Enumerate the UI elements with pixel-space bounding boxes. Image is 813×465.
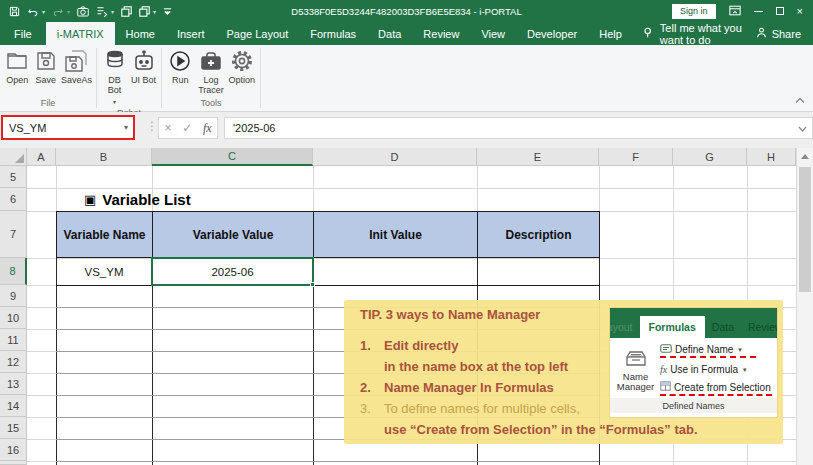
open-button[interactable]: Open bbox=[4, 49, 30, 85]
cancel-icon[interactable]: × bbox=[164, 121, 171, 135]
column-header-h[interactable]: H bbox=[747, 148, 796, 166]
row-header-10[interactable]: 10 bbox=[0, 307, 27, 329]
sign-in-button[interactable]: Sign in bbox=[672, 4, 716, 19]
cell-d8[interactable] bbox=[313, 258, 477, 285]
insert-function-icon[interactable]: fx bbox=[203, 121, 212, 136]
vertical-scrollbar[interactable] bbox=[796, 148, 813, 465]
duplicate-dropdown-icon[interactable]: ▾ bbox=[153, 8, 156, 15]
column-header-a[interactable]: A bbox=[27, 148, 56, 166]
save-button[interactable]: Save bbox=[32, 49, 58, 85]
tip-item-2-number: 2. bbox=[360, 377, 384, 398]
define-name-icon bbox=[660, 344, 672, 355]
formula-bar-row: VS_YM ▾ ⋮ × ✓ fx '2025-06 bbox=[0, 112, 813, 148]
mini-tab-data: Data bbox=[705, 316, 741, 338]
formula-input[interactable]: '2025-06 bbox=[224, 117, 813, 139]
close-button[interactable]: × bbox=[797, 6, 803, 17]
db-bot-button[interactable]: DB Bot ▾ bbox=[101, 49, 128, 107]
tab-formulas[interactable]: Formulas bbox=[299, 22, 367, 45]
name-box-value: VS_YM bbox=[9, 122, 46, 134]
column-header-c[interactable]: C bbox=[152, 148, 313, 166]
column-header-d[interactable]: D bbox=[313, 148, 477, 166]
row-header-7[interactable]: 7 bbox=[0, 211, 27, 258]
tab-developer[interactable]: Developer bbox=[516, 22, 588, 45]
row-header-14[interactable]: 14 bbox=[0, 395, 27, 417]
row-header-12[interactable]: 12 bbox=[0, 351, 27, 373]
save-icon[interactable] bbox=[9, 6, 20, 17]
cell-c8-selected[interactable]: 2025-06 bbox=[151, 257, 314, 286]
scroll-up-icon[interactable] bbox=[797, 148, 813, 165]
select-all-corner[interactable] bbox=[0, 148, 27, 166]
column-header-e[interactable]: E bbox=[477, 148, 599, 166]
redo-icon[interactable] bbox=[52, 6, 64, 17]
mini-define-name-dropdown-icon: ▾ bbox=[738, 346, 742, 354]
group-separator bbox=[260, 48, 261, 108]
tab-view[interactable]: View bbox=[470, 22, 516, 45]
copy-icon[interactable] bbox=[121, 6, 132, 17]
table-border-h bbox=[56, 461, 599, 462]
row-header-11[interactable]: 11 bbox=[0, 329, 27, 351]
db-bot-dropdown-icon[interactable]: ▾ bbox=[113, 97, 116, 107]
paste-options-dropdown-icon[interactable]: ▾ bbox=[111, 8, 114, 15]
tell-me-search[interactable]: Tell me what you want to do bbox=[643, 22, 756, 45]
redo-dropdown-icon[interactable]: ▾ bbox=[67, 8, 70, 15]
tab-file[interactable]: File bbox=[0, 22, 46, 45]
table-header-init-value[interactable]: Init Value bbox=[313, 211, 478, 258]
mini-name-manager-button: Name Manager bbox=[615, 342, 656, 398]
option-label: Option bbox=[228, 75, 255, 85]
customize-qat-icon[interactable] bbox=[163, 7, 172, 16]
scrollbar-thumb[interactable] bbox=[799, 167, 811, 292]
run-label: Run bbox=[172, 75, 189, 85]
save-as-button[interactable]: SaveAs bbox=[61, 49, 92, 85]
formula-bar-buttons: × ✓ fx bbox=[158, 117, 218, 139]
row-header-9[interactable]: 9 bbox=[0, 285, 27, 307]
column-header-g[interactable]: G bbox=[673, 148, 747, 166]
log-tracer-button[interactable]: Log Tracer bbox=[197, 49, 226, 95]
row-header-15[interactable]: 15 bbox=[0, 417, 27, 439]
row-header-5[interactable]: 5 bbox=[0, 166, 27, 188]
mini-use-in-formula-dropdown-icon: ▾ bbox=[743, 366, 747, 374]
collapse-ribbon-icon[interactable] bbox=[795, 90, 805, 108]
name-box-dropdown-icon[interactable]: ▾ bbox=[124, 123, 133, 132]
table-header-description[interactable]: Description bbox=[477, 211, 600, 258]
minimize-button[interactable] bbox=[754, 11, 763, 12]
ui-bot-button[interactable]: UI Bot bbox=[130, 49, 157, 85]
row-header-8[interactable]: 8 bbox=[0, 258, 27, 285]
mini-ribbon-screenshot: Layout Formulas Data Review Name Manager… bbox=[610, 308, 777, 417]
tip-item-1-line-2: in the name box at the top left bbox=[384, 356, 568, 377]
row-header-6[interactable]: 6 bbox=[0, 188, 27, 211]
floppy-copy-icon bbox=[64, 49, 88, 73]
name-box[interactable]: VS_YM ▾ bbox=[1, 115, 135, 140]
tab-data[interactable]: Data bbox=[367, 22, 412, 45]
tab-i-matrix[interactable]: i-MATRIX bbox=[46, 22, 115, 45]
paste-options-icon[interactable] bbox=[96, 6, 108, 17]
mini-define-name-label: Define Name bbox=[675, 344, 733, 355]
expand-formula-bar-icon[interactable] bbox=[798, 122, 812, 134]
tab-review[interactable]: Review bbox=[412, 22, 470, 45]
save-as-label: SaveAs bbox=[61, 75, 92, 85]
share-button[interactable]: Share bbox=[756, 22, 813, 45]
table-header-variable-value[interactable]: Variable Value bbox=[152, 211, 314, 258]
tip-item-3-number: 3. bbox=[360, 398, 384, 419]
row-header-13[interactable]: 13 bbox=[0, 373, 27, 395]
maximize-button[interactable] bbox=[776, 7, 784, 15]
table-header-variable-name[interactable]: Variable Name bbox=[56, 211, 153, 258]
column-header-b[interactable]: B bbox=[56, 148, 152, 166]
tab-home[interactable]: Home bbox=[115, 22, 166, 45]
tab-insert[interactable]: Insert bbox=[166, 22, 216, 45]
tab-page-layout[interactable]: Page Layout bbox=[215, 22, 299, 45]
title-bar: D5338F0E5D3244F482003D3FB6E5E834 - i-POR… bbox=[0, 0, 813, 22]
undo-dropdown-icon[interactable]: ▾ bbox=[42, 8, 45, 15]
cell-b8[interactable]: VS_YM bbox=[56, 258, 152, 285]
enter-check-icon[interactable]: ✓ bbox=[182, 121, 192, 135]
cell-e8[interactable] bbox=[477, 258, 599, 285]
undo-icon[interactable] bbox=[27, 6, 39, 17]
tab-help[interactable]: Help bbox=[588, 22, 633, 45]
camera-icon[interactable] bbox=[77, 6, 89, 17]
run-button[interactable]: Run bbox=[166, 49, 195, 85]
row-header-16[interactable]: 16 bbox=[0, 439, 27, 461]
option-button[interactable]: Option bbox=[227, 49, 256, 85]
ribbon-display-options-icon[interactable] bbox=[729, 2, 741, 20]
column-header-f[interactable]: F bbox=[599, 148, 673, 166]
duplicate-icon[interactable] bbox=[139, 6, 150, 17]
open-label: Open bbox=[6, 75, 28, 85]
